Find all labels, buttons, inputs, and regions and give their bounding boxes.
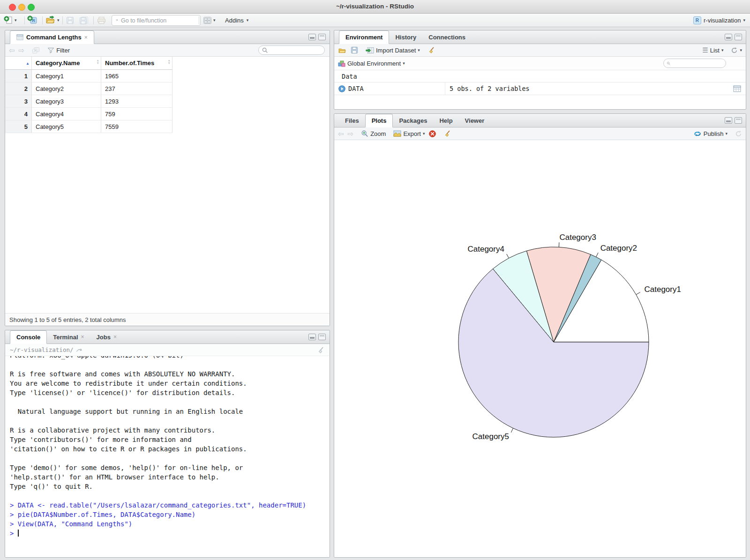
viewer-toolbar: ⇦ ⇨ Filter (5, 44, 330, 57)
tab-command-lengths[interactable]: Command Lengths × (10, 30, 94, 44)
chevron-down-icon: ▾ (740, 48, 742, 52)
console-pane: ConsoleTerminal×Jobs× ~/r-visualization/… (5, 330, 330, 558)
export-plot-button[interactable]: Export ▾ (393, 130, 425, 137)
working-directory: ~/r-visualization/ (10, 346, 73, 353)
environment-object-row[interactable]: DATA 5 obs. of 2 variables (334, 82, 746, 95)
tab-label: Jobs (97, 334, 111, 341)
remove-plot-icon[interactable] (429, 130, 436, 137)
panes-layout-button[interactable]: ▾ (203, 14, 216, 27)
import-dataset-button[interactable]: Import Dataset ▾ (366, 47, 420, 54)
tab-help[interactable]: Help (433, 114, 458, 127)
search-icon (262, 47, 268, 53)
environment-scope-button[interactable]: Global Environment ▾ (338, 60, 405, 67)
window-title: ~/r-visualization - RStudio (0, 3, 750, 10)
new-file-button[interactable]: ▾ (4, 14, 17, 27)
maximize-pane-icon[interactable] (318, 34, 326, 40)
search-icon (667, 60, 670, 67)
view-data-grid-icon[interactable] (733, 85, 741, 92)
next-plot-icon[interactable]: ⇨ (348, 130, 354, 137)
table-row: 2Category2237 (5, 82, 172, 95)
refresh-icon (731, 47, 738, 54)
row-number-header[interactable]: ▲ (5, 57, 32, 70)
minimize-pane-icon[interactable] (308, 334, 316, 340)
load-workspace-folder-icon[interactable] (338, 47, 347, 54)
close-icon[interactable]: × (113, 334, 117, 340)
chevron-down-icon: ▾ (15, 18, 17, 22)
console-output-line: Type 'demo()' for some demos, 'help()' f… (10, 463, 330, 472)
previous-plot-icon[interactable]: ⇦ (338, 130, 344, 137)
tab-label: Plots (372, 117, 387, 124)
viewer-search[interactable] (258, 45, 325, 55)
tab-files[interactable]: Files (339, 114, 365, 127)
minimize-pane-icon[interactable] (725, 117, 732, 124)
publish-button[interactable]: Publish ▾ (693, 130, 728, 137)
viewer-search-input[interactable] (268, 46, 321, 54)
tab-viewer[interactable]: Viewer (459, 114, 491, 127)
export-label: Export (403, 130, 421, 137)
close-icon[interactable]: × (81, 334, 84, 340)
clear-environment-broom-icon[interactable] (428, 46, 435, 54)
environment-view-mode-button[interactable]: ☰ List ▾ (702, 46, 723, 54)
tab-packages[interactable]: Packages (393, 114, 433, 127)
console-output-line: Platform: x86_64-apple-darwin15.6.0 (64-… (10, 356, 330, 360)
goto-directory-icon[interactable] (76, 347, 82, 353)
console-output-line: 'citation()' on how to cite R or R packa… (10, 444, 330, 454)
print-button[interactable] (97, 14, 106, 27)
category-name-cell: Category1 (32, 70, 101, 82)
chevron-down-icon: ▾ (743, 18, 745, 22)
clear-console-broom-icon[interactable] (317, 346, 325, 354)
scope-label: Global Environment (347, 60, 401, 67)
expand-object-icon[interactable] (338, 85, 345, 92)
tab-terminal[interactable]: Terminal× (47, 330, 90, 343)
save-workspace-icon[interactable] (351, 46, 358, 54)
project-name: r-visualization (704, 17, 741, 24)
environment-search-input[interactable] (670, 60, 723, 67)
console-output-line (10, 397, 330, 407)
environment-pane: EnvironmentHistoryConnections (334, 30, 746, 110)
chevron-down-icon: ▾ (213, 18, 216, 22)
goto-file-search[interactable] (112, 15, 201, 26)
toolbar-divider (62, 16, 63, 24)
project-menu-button[interactable]: R r-visualization ▾ (693, 14, 745, 27)
filter-button[interactable]: Filter (47, 47, 70, 54)
refresh-plot-icon[interactable] (735, 130, 742, 137)
clear-plots-broom-icon[interactable] (443, 130, 451, 137)
category-name-cell: Category3 (32, 95, 101, 108)
tab-console[interactable]: Console (10, 330, 47, 344)
refresh-environment-button[interactable]: ▾ (731, 47, 742, 54)
tab-plots[interactable]: Plots (365, 114, 393, 127)
maximize-pane-icon[interactable] (735, 117, 742, 124)
column-header-category-name[interactable]: Category.Name ▲▼ (32, 57, 101, 70)
addins-button[interactable]: Addins ▾ (225, 14, 248, 27)
close-icon[interactable]: × (84, 34, 88, 41)
open-file-button[interactable]: ▾ (45, 14, 60, 27)
forward-icon[interactable]: ⇨ (19, 47, 25, 54)
maximize-pane-icon[interactable] (735, 34, 742, 40)
tab-environment[interactable]: Environment (339, 30, 389, 44)
back-icon[interactable]: ⇦ (9, 47, 15, 54)
maximize-pane-icon[interactable] (318, 334, 326, 340)
plots-toolbar: ⇦ ⇨ Zoom Export ▾ (334, 127, 746, 140)
save-all-button[interactable] (79, 14, 89, 27)
table-body: 1Category119652Category22373Category3129… (5, 70, 172, 133)
tab-connections[interactable]: Connections (422, 30, 472, 44)
console-output-line: Type 'license()' or 'licence()' for dist… (10, 388, 330, 397)
number-of-times-cell: 1965 (101, 70, 172, 82)
console-output[interactable]: Platform: x86_64-apple-darwin15.6.0 (64-… (5, 356, 330, 557)
tab-jobs[interactable]: Jobs× (90, 330, 123, 343)
environment-search[interactable] (663, 59, 726, 68)
new-project-button[interactable]: R (27, 14, 38, 27)
popout-window-icon[interactable] (32, 47, 40, 54)
console-output-line: Natural language support but running in … (10, 407, 330, 416)
pie-label-tick (636, 292, 640, 295)
zoom-plot-button[interactable]: Zoom (361, 130, 386, 137)
column-header-number-of-times[interactable]: Number.of.Times ▲▼ (101, 57, 172, 70)
save-button[interactable] (66, 14, 74, 27)
minimize-pane-icon[interactable] (725, 34, 732, 40)
filter-label: Filter (56, 47, 70, 54)
global-environment-icon (338, 60, 345, 67)
tab-history[interactable]: History (389, 30, 422, 44)
minimize-pane-icon[interactable] (308, 34, 316, 40)
goto-file-input[interactable] (120, 17, 197, 24)
chevron-down-icon: ▾ (403, 61, 405, 66)
